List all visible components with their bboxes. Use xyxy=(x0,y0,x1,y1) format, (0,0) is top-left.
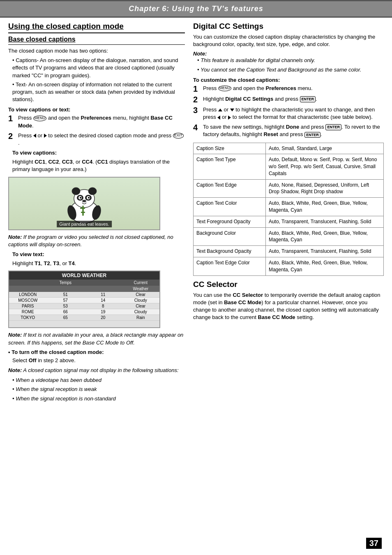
right-column: Digital CC Settings You can customize th… xyxy=(193,22,384,404)
weather-row-london: LONDON5111Clear xyxy=(9,292,159,298)
caption-size-label: Caption Size xyxy=(194,143,266,154)
exit-icon: EXIT xyxy=(173,133,184,139)
weather-subheader: Temps Current xyxy=(9,280,159,286)
page-content: Using the closed caption mode Base close… xyxy=(0,22,392,412)
panda-caption: Giant pandas eat leaves. xyxy=(57,221,112,227)
left-column: Using the closed caption mode Base close… xyxy=(8,22,185,404)
enter-icon-r2: ENTER xyxy=(300,96,316,102)
svg-point-8 xyxy=(80,197,81,199)
triangle-right-icon-r3 xyxy=(228,116,231,120)
right-step-1: 1 Press MENU and open the Preferences me… xyxy=(193,85,384,93)
background-color-value: Auto, Black, White, Red, Green, Blue, Ye… xyxy=(265,227,383,246)
note3: Note: A closed caption signal may not di… xyxy=(8,367,185,374)
weather-row-rome: ROME6619Cloudy xyxy=(9,309,159,315)
step1-prefs: Preferences xyxy=(81,115,111,121)
weather-row-tokyo: TOKYO6520Rain xyxy=(9,315,159,321)
weather-title: WORLD WEATHER xyxy=(9,271,159,280)
enter-icon-r4b: ENTER xyxy=(304,132,321,138)
table-row-caption-text-edge: Caption Text Edge Auto, None, Raised, De… xyxy=(194,179,384,198)
text-fg-opacity-value: Auto, Transparent, Translucent, Flashing… xyxy=(265,216,383,227)
right-step-4: 4 To save the new settings, highlight Do… xyxy=(193,123,384,138)
weather-subheader2: Weather xyxy=(9,286,159,292)
weather-row-paris: PARIS538Clear xyxy=(9,303,159,309)
panda-svg xyxy=(60,183,109,224)
table-row-background-color: Background Color Auto, Black, White, Red… xyxy=(194,227,384,246)
situation3: • When the signal reception is non-stand… xyxy=(12,395,185,402)
intro-text: The closed caption mode has two options: xyxy=(8,47,185,55)
background-color-label: Background Color xyxy=(194,227,266,246)
cc-selector-title: CC Selector xyxy=(193,280,384,289)
svg-rect-15 xyxy=(81,212,85,213)
page-number: 37 xyxy=(366,538,382,549)
right-step-2: 2 Highlight Digital CC Settings and pres… xyxy=(193,95,384,104)
page-header: Chapter 6: Using the TV's features xyxy=(0,0,392,18)
digital-cc-title: Digital CC Settings xyxy=(193,22,384,31)
base-captions-title: Base closed captions xyxy=(8,36,185,45)
digital-note: Note: • This feature is available for di… xyxy=(193,51,384,73)
step1-text-b: and open the xyxy=(48,115,81,121)
triangle-up-icon xyxy=(218,109,222,111)
bullet-text: • Text- An on-screen display of informat… xyxy=(12,81,185,104)
cc-settings-table: Caption Size Auto, Small, Standard, Larg… xyxy=(193,143,384,276)
main-title: Using the closed caption mode xyxy=(8,22,185,33)
step1-press: Press xyxy=(18,115,32,121)
caption-text-type-label: Caption Text Type xyxy=(194,154,266,179)
table-row-caption-text-edge-color: Caption Text Edge Color Auto, Black, Whi… xyxy=(194,257,384,276)
turn-off-text: Select Off in step 2 above. xyxy=(12,357,185,364)
enter-icon-r4a: ENTER xyxy=(325,124,341,130)
situation1: • When a videotape has been dubbed xyxy=(12,377,185,384)
caption-text-color-label: Caption Text Color xyxy=(194,198,266,216)
svg-point-3 xyxy=(88,187,97,195)
panda-image: Giant pandas eat leaves. xyxy=(8,177,160,230)
text-bg-opacity-value: Auto, Transparent, Translucent, Flashing… xyxy=(265,246,383,257)
caption-text-edge-value: Auto, None, Raised, Depressed, Uniform, … xyxy=(265,179,383,198)
menu-icon-r1: MENU xyxy=(218,86,232,91)
left-step-1: 1 Press MENU and open the Preferences me… xyxy=(8,114,185,129)
menu-icon: MENU xyxy=(33,116,47,121)
digital-note2: • You cannot set the Caption Text and Ba… xyxy=(197,66,384,74)
weather-row-moscow: MOSCOW5714Cloudy xyxy=(9,298,159,303)
note1: Note: If the program or video you select… xyxy=(8,234,185,248)
view-text-heading: To view text: xyxy=(12,251,185,258)
digital-intro: You can customize the closed caption dis… xyxy=(193,33,384,48)
right-step-3: 3 Press or to highlight the characterist… xyxy=(193,106,384,121)
chapter-title: Chapter 6: Using the TV's features xyxy=(129,5,263,13)
turn-off-heading: • To turn off the closed caption mode: xyxy=(8,349,185,355)
table-row-caption-text-color: Caption Text Color Auto, Black, White, R… xyxy=(194,198,384,216)
weather-image: WORLD WEATHER Temps Current Weather LOND… xyxy=(8,271,160,328)
note2: Note: If text is not available in your a… xyxy=(8,331,185,346)
text-bg-opacity-label: Text Background Opacity xyxy=(194,246,266,257)
situation2: • When the signal reception is weak xyxy=(12,386,185,393)
triangle-left-icon xyxy=(33,134,36,138)
view-heading: To view captions or text: xyxy=(8,106,185,113)
bullet-captions: • Captions- An on-screen display of the … xyxy=(12,57,185,79)
svg-rect-13 xyxy=(82,206,84,216)
table-row-text-fg-opacity: Text Foreground Opacity Auto, Transparen… xyxy=(194,216,384,227)
caption-text-color-value: Auto, Black, White, Red, Green, Blue, Ye… xyxy=(265,198,383,216)
view-captions-heading: To view captions: xyxy=(12,149,185,157)
customize-heading: To customize the closed captions: xyxy=(193,77,384,83)
caption-size-value: Auto, Small, Standard, Large xyxy=(265,143,383,154)
caption-text-type-value: Auto, Default, Mono w. Serif, Prop. w. S… xyxy=(265,154,383,179)
view-text-content: Highlight T1, T2, T3, or T4. xyxy=(12,260,185,267)
view-captions-text: Highlight CC1, CC2, CC3, or CC4. (CC1 di… xyxy=(12,158,185,173)
table-row-caption-size: Caption Size Auto, Small, Standard, Larg… xyxy=(194,143,384,154)
caption-text-edge-color-label: Caption Text Edge Color xyxy=(194,257,266,276)
cc-selector-text: You can use the CC Selector to temporari… xyxy=(193,291,384,321)
caption-text-edge-color-value: Auto, Black, White, Red, Green, Blue, Ye… xyxy=(265,257,383,276)
table-row-text-bg-opacity: Text Background Opacity Auto, Transparen… xyxy=(194,246,384,257)
table-row-caption-text-type: Caption Text Type Auto, Default, Mono w.… xyxy=(194,154,384,179)
text-fg-opacity-label: Text Foreground Opacity xyxy=(194,216,266,227)
svg-point-10 xyxy=(82,200,86,202)
svg-rect-14 xyxy=(80,208,85,209)
caption-text-edge-label: Caption Text Edge xyxy=(194,179,266,198)
left-step-2: 2 Press or to select the desired closed … xyxy=(8,132,185,147)
triangle-left-icon-r3 xyxy=(217,116,220,120)
digital-note1: • This feature is available for digital … xyxy=(197,57,384,64)
svg-point-2 xyxy=(72,187,80,195)
triangle-down-icon xyxy=(230,109,234,111)
triangle-right-icon xyxy=(44,134,47,138)
svg-point-9 xyxy=(88,197,90,199)
